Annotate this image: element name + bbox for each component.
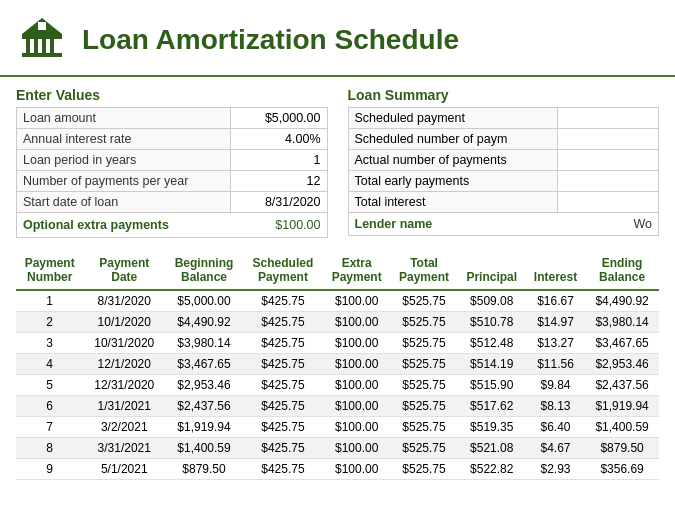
- cell-principal: $519.35: [458, 416, 526, 437]
- schedule-section: Payment NumberPayment DateBeginning Bala…: [0, 244, 675, 480]
- enter-values-panel: Enter Values Loan amount$5,000.00Annual …: [16, 87, 328, 238]
- cell-ending: $3,467.65: [585, 332, 659, 353]
- cell-num: 3: [16, 332, 83, 353]
- cell-sched: $425.75: [243, 374, 323, 395]
- cell-extra: $100.00: [323, 332, 390, 353]
- summary-value: [557, 150, 658, 171]
- cell-sched: $425.75: [243, 416, 323, 437]
- cell-begin: $2,953.46: [165, 374, 243, 395]
- schedule-table: Payment NumberPayment DateBeginning Bala…: [16, 252, 659, 480]
- lender-label: Lender name: [355, 217, 433, 231]
- table-row: 95/1/2021$879.50$425.75$100.00$525.75$52…: [16, 458, 659, 479]
- cell-begin: $4,490.92: [165, 311, 243, 332]
- cell-principal: $512.48: [458, 332, 526, 353]
- column-header-extra: Extra Payment: [323, 252, 390, 290]
- cell-total: $525.75: [390, 437, 457, 458]
- column-header-begin: Beginning Balance: [165, 252, 243, 290]
- cell-begin: $3,467.65: [165, 353, 243, 374]
- cell-begin: $879.50: [165, 458, 243, 479]
- summary-value: [557, 192, 658, 213]
- lender-row: Lender name Wo: [348, 213, 660, 236]
- cell-interest: $8.13: [526, 395, 585, 416]
- svg-rect-0: [22, 34, 62, 39]
- cell-principal: $521.08: [458, 437, 526, 458]
- table-row: Scheduled number of paym: [348, 129, 659, 150]
- loan-summary-panel: Loan Summary Scheduled paymentScheduled …: [348, 87, 660, 238]
- row-label: Start date of loan: [17, 192, 231, 213]
- cell-sched: $425.75: [243, 332, 323, 353]
- lender-value: Wo: [633, 217, 652, 231]
- cell-date: 5/1/2021: [83, 458, 165, 479]
- cell-sched: $425.75: [243, 290, 323, 312]
- cell-num: 7: [16, 416, 83, 437]
- cell-ending: $2,437.56: [585, 374, 659, 395]
- cell-date: 8/31/2020: [83, 290, 165, 312]
- cell-begin: $1,400.59: [165, 437, 243, 458]
- cell-interest: $6.40: [526, 416, 585, 437]
- cell-ending: $3,980.14: [585, 311, 659, 332]
- table-row: Loan amount$5,000.00: [17, 108, 328, 129]
- cell-interest: $9.84: [526, 374, 585, 395]
- cell-begin: $5,000.00: [165, 290, 243, 312]
- cell-total: $525.75: [390, 353, 457, 374]
- row-label: Loan period in years: [17, 150, 231, 171]
- bank-icon: [16, 12, 68, 67]
- table-row: Loan period in years1: [17, 150, 328, 171]
- row-value: 1: [231, 150, 327, 171]
- cell-total: $525.75: [390, 374, 457, 395]
- cell-sched: $425.75: [243, 311, 323, 332]
- main-panels: Enter Values Loan amount$5,000.00Annual …: [0, 77, 675, 244]
- cell-total: $525.75: [390, 332, 457, 353]
- cell-date: 12/31/2020: [83, 374, 165, 395]
- svg-rect-3: [42, 39, 46, 53]
- column-header-interest: Interest: [526, 252, 585, 290]
- row-label: Number of payments per year: [17, 171, 231, 192]
- column-header-sched: Scheduled Payment: [243, 252, 323, 290]
- cell-interest: $2.93: [526, 458, 585, 479]
- cell-begin: $2,437.56: [165, 395, 243, 416]
- table-row: Actual number of payments: [348, 150, 659, 171]
- cell-date: 3/2/2021: [83, 416, 165, 437]
- cell-num: 2: [16, 311, 83, 332]
- extra-payments-row: Optional extra payments $100.00: [16, 213, 328, 238]
- cell-extra: $100.00: [323, 416, 390, 437]
- cell-principal: $510.78: [458, 311, 526, 332]
- page-header: Loan Amortization Schedule: [0, 0, 675, 77]
- row-value: 4.00%: [231, 129, 327, 150]
- summary-value: [557, 108, 658, 129]
- cell-principal: $517.62: [458, 395, 526, 416]
- row-label: Loan amount: [17, 108, 231, 129]
- cell-date: 3/31/2021: [83, 437, 165, 458]
- table-row: Start date of loan8/31/2020: [17, 192, 328, 213]
- column-header-num: Payment Number: [16, 252, 83, 290]
- cell-principal: $522.82: [458, 458, 526, 479]
- cell-begin: $3,980.14: [165, 332, 243, 353]
- cell-num: 1: [16, 290, 83, 312]
- enter-values-title: Enter Values: [16, 87, 328, 103]
- cell-extra: $100.00: [323, 437, 390, 458]
- summary-value: [557, 171, 658, 192]
- cell-ending: $1,919.94: [585, 395, 659, 416]
- column-header-principal: Principal: [458, 252, 526, 290]
- row-value: $5,000.00: [231, 108, 327, 129]
- cell-total: $525.75: [390, 290, 457, 312]
- cell-num: 5: [16, 374, 83, 395]
- summary-label: Total interest: [348, 192, 557, 213]
- cell-principal: $515.90: [458, 374, 526, 395]
- cell-extra: $100.00: [323, 353, 390, 374]
- cell-ending: $2,953.46: [585, 353, 659, 374]
- summary-label: Actual number of payments: [348, 150, 557, 171]
- extra-payments-label: Optional extra payments: [23, 218, 169, 232]
- cell-extra: $100.00: [323, 395, 390, 416]
- row-label: Annual interest rate: [17, 129, 231, 150]
- cell-principal: $514.19: [458, 353, 526, 374]
- table-row: 18/31/2020$5,000.00$425.75$100.00$525.75…: [16, 290, 659, 312]
- svg-rect-5: [22, 53, 62, 57]
- summary-value: [557, 129, 658, 150]
- row-value: 12: [231, 171, 327, 192]
- cell-num: 6: [16, 395, 83, 416]
- table-row: Total early payments: [348, 171, 659, 192]
- cell-extra: $100.00: [323, 374, 390, 395]
- table-row: Annual interest rate4.00%: [17, 129, 328, 150]
- column-header-total: Total Payment: [390, 252, 457, 290]
